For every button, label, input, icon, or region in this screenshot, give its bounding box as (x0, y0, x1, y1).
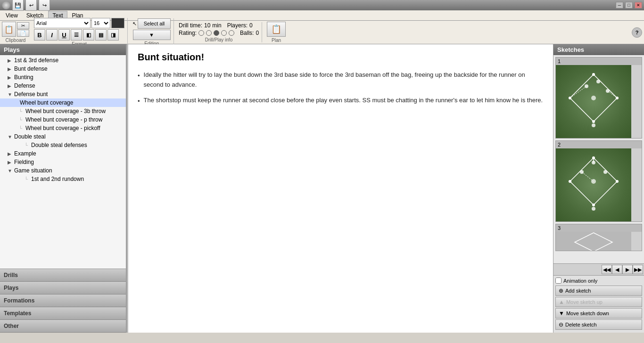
tab-templates[interactable]: Templates (0, 307, 126, 320)
tree-item-wheel-bunt-3b[interactable]: └ Wheel bunt coverage - 3b throw (0, 107, 126, 115)
save-button[interactable]: 💾 (12, 0, 24, 11)
tree-label-defense-bunt: Defense bunt (14, 91, 48, 98)
balls-label: Balls: (240, 30, 254, 36)
tree-item-bunt-defense[interactable]: ▶ Bunt defense (0, 65, 126, 73)
svg-point-15 (592, 204, 595, 206)
sketches-panel: Sketches 1 (553, 44, 644, 333)
minimize-button[interactable]: ─ (616, 2, 623, 8)
tree-item-wheel-bunt[interactable]: Wheel bunt coverage (0, 98, 126, 107)
help-button[interactable]: ? (632, 27, 642, 38)
tree-label-1st-2nd-rundown: 1st and 2nd rundown (31, 176, 84, 182)
expand-icon-3: ▶ (8, 75, 12, 80)
rating-label: Rating: (179, 30, 197, 36)
select-all-button[interactable]: Select all (138, 18, 171, 29)
drill-time-unit: min (212, 22, 221, 29)
expand-icon-1: ▶ (8, 58, 12, 63)
add-sketch-button[interactable]: ⊕ Add sketch (555, 286, 642, 296)
tree-item-fielding[interactable]: ▶ Fielding (0, 158, 126, 166)
tree-label-defense: Defense (14, 82, 35, 89)
tree-label-example: Example (14, 150, 36, 157)
tree-item-double-steal-defenses[interactable]: └ Double steal defenses (0, 141, 126, 149)
plan-button[interactable]: 📋 (267, 22, 286, 37)
cut-button[interactable]: ✂ (17, 22, 29, 29)
undo-button[interactable]: ↩ (25, 0, 37, 11)
move-sketch-down-button[interactable]: ▼ Move sketch down (555, 308, 642, 318)
delete-sketch-button[interactable]: ⊖ Delete sketch (555, 319, 642, 330)
tree-label-bunting: Bunting (14, 74, 33, 81)
tree-item-game-situation[interactable]: ▼ Game situation (0, 166, 126, 175)
font-selector[interactable]: Arial (34, 18, 91, 28)
paste-button[interactable]: 📋 (2, 22, 16, 37)
nav-first-button[interactable]: ◀◀ (602, 265, 612, 274)
editing-section: ↖ Select all ▼ Editing (130, 18, 174, 46)
paragraph-1-text: Ideally the hitter will try to lay the b… (144, 70, 544, 90)
move-up-icon: ▲ (559, 299, 564, 305)
tree-item-double-steal[interactable]: ▼ Double steal (0, 132, 126, 141)
nav-last-button[interactable]: ▶▶ (633, 265, 643, 274)
close-button[interactable]: ✕ (635, 2, 642, 8)
svg-point-8 (596, 80, 600, 83)
tree-item-defense[interactable]: ▶ Defense (0, 82, 126, 90)
sketch-num-1: 1 (556, 57, 642, 65)
list-button[interactable]: ☰ (71, 29, 82, 41)
font-size-selector[interactable]: 16 (91, 18, 110, 28)
tree-label-double-steal-defenses: Double steal defenses (31, 142, 87, 148)
tab-drills[interactable]: Drills (0, 269, 126, 282)
align-center-button[interactable]: ▤ (95, 29, 107, 41)
redo-button[interactable]: ↪ (39, 0, 50, 11)
svg-point-19 (603, 170, 607, 174)
players-label: Players: (227, 22, 248, 29)
tab-plays[interactable]: Plays (0, 282, 126, 294)
expand-icon-14: ▼ (8, 168, 12, 173)
paragraph-2-text: The shortstop must keep the runner at se… (144, 96, 543, 106)
tree-item-1st-2nd-rundown[interactable]: └ 1st and 2nd rundown (0, 175, 126, 183)
svg-point-1 (592, 73, 595, 76)
underline-button[interactable]: U (58, 29, 70, 41)
format-section: Arial 16 B I U ☰ ◧ ▤ ◨ Format (31, 18, 128, 47)
sketch-item-2[interactable]: 2 (555, 140, 642, 222)
italic-button[interactable]: I (46, 29, 58, 41)
color-picker[interactable] (111, 18, 124, 28)
tree-item-example[interactable]: ▶ Example (0, 149, 126, 158)
paragraph-1: • Ideally the hitter will try to lay the… (138, 70, 544, 90)
svg-point-16 (569, 180, 571, 183)
move-down-label: Move sketch down (566, 310, 609, 316)
editing-extra-button[interactable]: ▼ (133, 30, 171, 40)
toolbar: 📋 ✂ 📄 Clipboard Arial 16 B I U (0, 21, 644, 44)
align-left-button[interactable]: ◧ (83, 29, 94, 41)
add-sketch-label: Add sketch (565, 288, 591, 294)
sketch-num-3: 3 (556, 224, 642, 232)
copy-button[interactable]: 📄 (17, 30, 29, 37)
tree-item-1st-3rd-defense[interactable]: ▶ 1st & 3rd defense (0, 56, 126, 65)
sketches-header: Sketches (553, 44, 644, 55)
tab-other[interactable]: Other (0, 320, 126, 333)
drill-time-label: Drill time: (179, 22, 202, 29)
expand-icon-11: └ (25, 143, 29, 148)
sketches-list: 1 (553, 55, 644, 263)
rating-dot-1 (198, 30, 204, 36)
plan-section: 📋 Plan (264, 22, 289, 43)
tree-item-bunting[interactable]: ▶ Bunting (0, 73, 126, 82)
menu-view[interactable]: View (2, 11, 22, 20)
expand-icon-10: ▼ (8, 134, 12, 139)
align-right-button[interactable]: ◨ (107, 29, 119, 41)
nav-prev-button[interactable]: ◀ (612, 265, 622, 274)
move-down-icon: ▼ (559, 310, 564, 317)
bold-button[interactable]: B (34, 29, 45, 41)
tree-item-wheel-bunt-pickoff[interactable]: └ Wheel bunt coverage - pickoff (0, 124, 126, 132)
animation-only-check: Animation only (555, 278, 642, 284)
sketch-item-3[interactable]: 3 (555, 224, 642, 251)
tab-formations[interactable]: Formations (0, 294, 126, 307)
tree-label-wheel-bunt-p: Wheel bunt coverage - p throw (25, 116, 102, 123)
svg-line-22 (582, 172, 594, 181)
sketch-item-1[interactable]: 1 (555, 57, 642, 139)
svg-point-9 (592, 123, 595, 127)
expand-icon-5: ▼ (8, 92, 12, 97)
tree-item-wheel-bunt-p[interactable]: └ Wheel bunt coverage - p throw (0, 115, 126, 124)
expand-icon-12: ▶ (8, 151, 12, 156)
tree-item-defense-bunt[interactable]: ▼ Defense bunt (0, 90, 126, 98)
nav-next-button[interactable]: ▶ (622, 265, 633, 274)
move-sketch-up-button[interactable]: ▲ Move sketch up (555, 297, 642, 307)
animation-only-checkbox[interactable] (555, 278, 561, 284)
maximize-button[interactable]: □ (625, 2, 633, 8)
